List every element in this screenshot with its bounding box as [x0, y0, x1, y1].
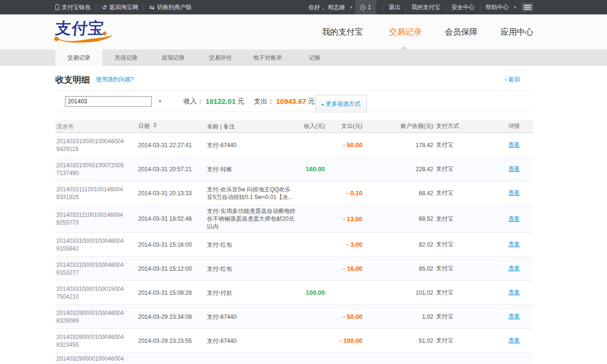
chevron-down-icon: ▼ — [513, 5, 517, 10]
month-input[interactable] — [65, 96, 152, 107]
method-cell: 支付宝 — [433, 313, 465, 321]
main-nav-item[interactable]: 会员保障 — [445, 14, 478, 50]
wallet-link[interactable]: 支付宝钱包 — [55, 3, 90, 12]
subnav-tab[interactable]: 交易评价 — [197, 50, 244, 66]
income-unit: 元 — [238, 97, 245, 106]
filter-bar: ▼ 收入： 10122.01 元 支出： 10943.67 元 ▸ 更多筛选方式 — [55, 90, 533, 112]
sort-icon — [153, 123, 157, 127]
date-cell: 2014-03-31 15:16:00 — [138, 241, 207, 248]
table-row: 201403290000100046004 查看 — [55, 352, 533, 364]
table-row: 2014033100001000720057137490 2014-03-31 … — [55, 157, 533, 181]
security-center-link[interactable]: 安全中心 — [452, 3, 475, 12]
transactions-table: 流水号 日期 名称 | 备注 收入(元) 支出(元) 账户余额(元) 支付方式 … — [55, 120, 533, 364]
subnav-tab[interactable]: 记账 — [291, 50, 338, 66]
main-nav-item[interactable]: 应用中心 — [501, 14, 533, 50]
detail-cell: 查看 — [465, 215, 533, 223]
detail-cell: 查看 — [465, 264, 533, 273]
back-taobao-link[interactable]: ↺ 返回淘宝网 — [102, 3, 138, 12]
dropdown-arrow-icon[interactable]: ▼ — [158, 99, 162, 104]
main-nav-item[interactable]: 我的支付宝 — [322, 14, 363, 50]
col-method: 支付方式 — [433, 122, 465, 130]
col-date-label: 日期 — [138, 123, 150, 129]
name-cell: 支付-红包 — [207, 265, 296, 273]
col-date-sort[interactable]: 日期 — [138, 122, 207, 130]
more-filters-button[interactable]: ▸ 更多筛选方式 — [315, 95, 367, 113]
view-link[interactable]: 查看 — [508, 141, 520, 148]
table-row: 2014033100001000460049155842 2014-03-31 … — [55, 232, 533, 256]
back-chevron-icon: ‹ — [505, 75, 507, 83]
table-row: 2014033111001001460049331925 2014-03-31 … — [55, 181, 533, 205]
wallet-label: 支付宝钱包 — [62, 3, 90, 12]
switch-arrows-icon: ⇆ — [149, 4, 155, 11]
method-cell: 支付宝 — [433, 264, 465, 273]
my-alipay-label: 我的支付宝 — [412, 3, 440, 12]
page-title: 收支明细 — [55, 74, 90, 86]
divider: | — [445, 4, 447, 11]
logout-link[interactable]: 退出 — [389, 3, 400, 12]
view-link[interactable]: 查看 — [508, 241, 520, 248]
col-balance: 账户余额(元) — [362, 122, 433, 130]
greeting-text: 你好， — [309, 3, 326, 12]
notification-count: 1 — [368, 4, 371, 11]
username-dropdown[interactable]: 程志維 ▼ — [328, 3, 353, 12]
triangle-right-icon: ▸ — [322, 102, 324, 107]
detail-cell: 查看 — [465, 189, 533, 197]
back-link[interactable]: ‹返回 — [505, 75, 520, 84]
my-alipay-link[interactable]: 我的支付宝 — [412, 3, 440, 12]
subnav-tab[interactable]: 电子对账单 — [244, 50, 291, 66]
expense-cell: - 100.00 — [325, 337, 362, 344]
view-link[interactable]: 查看 — [508, 215, 520, 222]
method-cell: 支付宝 — [433, 165, 465, 173]
serial-cell: 2014033100001000460049429119 — [55, 138, 138, 153]
alipay-logo[interactable]: 支付宝 — [55, 18, 118, 47]
logo-text: 支付宝 — [54, 18, 105, 39]
date-cell: 2014-03-31 15:08:28 — [138, 289, 207, 296]
serial-cell: 2014032900001000460048328089 — [55, 309, 138, 325]
main-nav-item[interactable]: 交易记录 — [386, 14, 422, 50]
view-link[interactable]: 查看 — [508, 337, 520, 344]
view-link[interactable]: 查看 — [508, 165, 520, 172]
logout-label: 退出 — [389, 3, 400, 12]
view-link[interactable]: 查看 — [508, 289, 520, 296]
balance-cell: 68.52 — [362, 215, 433, 222]
table-row: 2014033100001000460049153277 2014-03-31 … — [55, 256, 533, 280]
detail-cell: 查看 — [465, 313, 533, 321]
income-cell: 100.00 — [296, 289, 325, 296]
site-header: 支付宝 我的支付宝 交易记录 会员保障 — [0, 14, 607, 50]
serial-cell: 2014033111001001460049331925 — [55, 186, 138, 201]
name-cell: 支付-67440 — [207, 337, 296, 345]
expense-cell: - 16.00 — [325, 265, 362, 272]
detail-cell: 查看 — [465, 289, 533, 297]
more-filters-label: 更多筛选方式 — [326, 100, 361, 108]
col-detail: 详情 — [465, 122, 533, 130]
expense-label: 支出： — [254, 97, 274, 106]
divider: | — [383, 4, 384, 11]
help-center-dropdown[interactable]: 帮助中心 ▼ — [486, 3, 517, 12]
notifications-button[interactable]: 1 — [355, 0, 376, 14]
name-cell: 支付-67440 — [207, 141, 296, 149]
switch-merchant-link[interactable]: ⇆ 切换到商户版 — [149, 3, 192, 12]
serial-cell: 201403290000100046004 — [55, 355, 138, 363]
balance-cell: 85.02 — [362, 265, 433, 272]
subnav-tab-label: 交易评价 — [209, 54, 232, 61]
table-row: 2014033111001001460049255773 2014-03-31 … — [55, 205, 533, 232]
expense-cell: - 50.00 — [325, 141, 362, 149]
subnav-tab[interactable]: 提现记录 — [150, 50, 197, 66]
menu-icon[interactable] — [522, 3, 533, 12]
table-row: 2014032900001000460048323455 2014-03-29 … — [55, 328, 533, 352]
expense-cell: - 3.00 — [325, 241, 362, 248]
name-cell: 支付-付款 — [207, 289, 296, 297]
subnav-tab-label: 提现记录 — [162, 54, 185, 61]
view-link[interactable]: 查看 — [508, 265, 520, 272]
view-link[interactable]: 查看 — [508, 189, 520, 196]
help-link[interactable]: 使用遇到问题? — [96, 75, 134, 84]
subnav-tab[interactable]: 充值记录 — [103, 50, 150, 66]
name-cell: 支付-红包 — [207, 241, 296, 249]
date-cell: 2014-03-31 15:12:00 — [138, 265, 207, 272]
name-cell: 支付-实用多功能煮蛋器自动断电特价不锈钢蒸蛋器煮蛋大师包邮20元以内 — [207, 207, 296, 230]
topbar: 支付宝钱包 | ↺ 返回淘宝网 | ⇆ 切换到商户版 你好， 程志維 ▼ 1 — [0, 0, 607, 14]
expense-total: 10943.67 — [276, 97, 307, 105]
subnav-tab[interactable]: 交易记录 — [55, 50, 103, 66]
chevron-down-icon: ▼ — [349, 5, 353, 10]
view-link[interactable]: 查看 — [508, 313, 520, 320]
